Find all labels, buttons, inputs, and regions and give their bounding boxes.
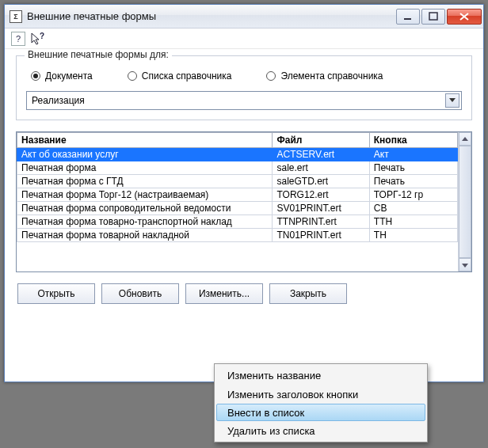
window-title: Внешние печатные формы (27, 10, 395, 22)
table-cell: Акт (369, 148, 457, 161)
col-file[interactable]: Файл (273, 133, 369, 148)
window-controls (395, 9, 482, 25)
radio-label: Элемента справочника (280, 70, 383, 82)
table-row[interactable]: Печатная форма Торг-12 (настраиваемая)TO… (17, 188, 458, 202)
filter-groupbox: Внешние печатные формы для: Документа Сп… (16, 55, 472, 120)
titlebar[interactable]: Σ Внешние печатные формы (5, 5, 483, 28)
radio-dot-icon (266, 71, 276, 81)
refresh-button[interactable]: Обновить (101, 283, 179, 304)
button-row: Открыть Обновить Изменить... Закрыть (16, 283, 472, 304)
radio-document[interactable]: Документа (31, 70, 93, 82)
table-cell: TTNPRINT.ert (273, 215, 369, 229)
menu-item[interactable]: Изменить название (216, 366, 425, 385)
table-cell: Печатная форма товарно-транспортной накл… (17, 215, 273, 229)
context-menu: Изменить названиеИзменить заголовок кноп… (214, 363, 428, 442)
maximize-button[interactable] (421, 9, 445, 25)
forms-table-wrap: Название Файл Кнопка Акт об оказании усл… (16, 131, 472, 272)
table-cell: sale.ert (273, 161, 369, 175)
table-cell: СВ (369, 202, 457, 215)
toolbar: ? ? (5, 28, 483, 49)
close-button[interactable] (447, 9, 482, 25)
table-row[interactable]: Печатная формаsale.ertПечать (17, 161, 458, 175)
table-cell: Печатная форма (17, 161, 273, 175)
col-button[interactable]: Кнопка (369, 133, 457, 148)
table-cell: Печать (369, 161, 457, 175)
table-cell: ТТН (369, 215, 457, 229)
scroll-down-icon[interactable] (459, 258, 471, 271)
table-row[interactable]: Акт об оказании услугACTSERV.ertАкт (17, 148, 458, 161)
app-icon: Σ (10, 10, 22, 23)
radio-dot-icon (31, 71, 40, 81)
radio-element[interactable]: Элемента справочника (266, 70, 383, 82)
radio-group: Документа Списка справочника Элемента сп… (26, 70, 462, 82)
menu-item[interactable]: Изменить заголовок кнопки (216, 385, 425, 404)
table-cell: SV01PRINT.ert (273, 202, 369, 215)
menu-item[interactable]: Внести в список (216, 404, 425, 421)
scroll-up-icon[interactable] (459, 132, 471, 146)
table-cell: TN01PRINT.ert (273, 229, 369, 242)
table-cell: saleGTD.ert (273, 175, 369, 188)
table-cell: Печатная форма сопроводительной ведомост… (17, 202, 273, 215)
forms-table[interactable]: Название Файл Кнопка Акт об оказании усл… (17, 132, 458, 242)
change-button[interactable]: Изменить... (185, 283, 263, 304)
help-icon[interactable]: ? (11, 32, 25, 46)
minimize-button[interactable] (396, 9, 420, 25)
table-cell: Печатная форма Торг-12 (настраиваемая) (17, 188, 273, 202)
radio-label: Документа (45, 70, 93, 82)
table-cell: ТН (369, 229, 457, 242)
svg-rect-0 (404, 18, 411, 20)
window: Σ Внешние печатные формы ? ? Внешние печ… (4, 4, 484, 382)
menu-item[interactable]: Удалить из списка (216, 421, 425, 440)
close-window-button[interactable]: Закрыть (269, 283, 347, 304)
groupbox-legend: Внешние печатные формы для: (25, 49, 172, 60)
table-cell: Печать (369, 175, 457, 188)
table-row[interactable]: Печатная форма товарной накладнойTN01PRI… (17, 229, 458, 242)
table-cell: Печатная форма с ГТД (17, 175, 273, 188)
type-combo[interactable]: Реализация (26, 91, 462, 110)
svg-text:?: ? (40, 32, 44, 40)
content: Внешние печатные формы для: Документа Сп… (5, 49, 483, 313)
forms-table-inner: Название Файл Кнопка Акт об оказании усл… (17, 132, 458, 271)
combo-value: Реализация (32, 95, 445, 106)
radio-list[interactable]: Списка справочника (128, 70, 232, 82)
vertical-scrollbar[interactable] (458, 132, 471, 271)
table-header-row: Название Файл Кнопка (17, 133, 458, 148)
table-row[interactable]: Печатная форма сопроводительной ведомост… (17, 202, 458, 215)
table-cell: Акт об оказании услуг (17, 148, 273, 161)
table-cell: ACTSERV.ert (273, 148, 369, 161)
col-name[interactable]: Название (17, 133, 273, 148)
table-row[interactable]: Печатная форма товарно-транспортной накл… (17, 215, 458, 229)
whats-this-icon[interactable]: ? (30, 32, 44, 46)
svg-rect-1 (429, 13, 437, 20)
table-cell: Печатная форма товарной накладной (17, 229, 273, 242)
table-cell: ТОРГ-12 гр (369, 188, 457, 202)
combo-dropdown-button[interactable] (445, 93, 459, 108)
radio-label: Списка справочника (142, 70, 232, 82)
open-button[interactable]: Открыть (17, 283, 95, 304)
scroll-thumb[interactable] (459, 146, 471, 258)
table-row[interactable]: Печатная форма с ГТДsaleGTD.ertПечать (17, 175, 458, 188)
table-cell: TORG12.ert (273, 188, 369, 202)
radio-dot-icon (128, 71, 137, 81)
